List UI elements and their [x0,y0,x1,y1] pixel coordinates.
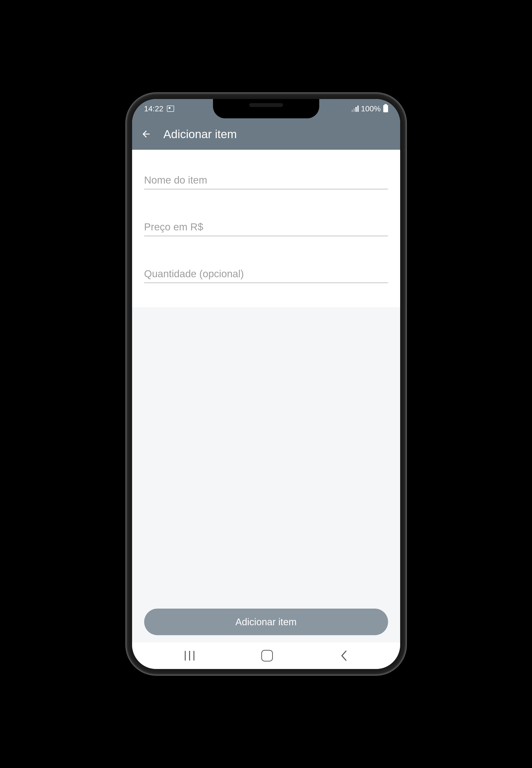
status-left: 14:22 [144,104,174,113]
nav-back-button[interactable] [340,650,347,661]
item-name-input[interactable] [144,171,388,189]
speaker [249,103,283,107]
recent-bar-icon [193,651,194,661]
recent-bar-icon [185,651,186,661]
arrow-left-icon [141,129,151,139]
quantity-field [144,265,388,283]
status-right: 100% [352,104,388,113]
signal-icon [352,106,359,112]
app-bar: Adicionar item [132,118,400,150]
add-item-button[interactable]: Adicionar item [144,609,388,635]
notch [213,99,319,118]
price-field [144,218,388,236]
back-button[interactable] [141,129,151,139]
phone-screen: 14:22 100% Adicionar item [132,99,400,669]
nav-home-button[interactable] [261,650,273,661]
price-input[interactable] [144,218,388,236]
recent-bar-icon [189,651,190,661]
page-title: Adicionar item [163,128,237,141]
form-section [132,150,400,307]
bottom-section: Adicionar item [132,599,400,642]
phone-frame: 14:22 100% Adicionar item [127,94,405,674]
chevron-left-icon [340,650,347,661]
status-time: 14:22 [144,104,163,113]
quantity-input[interactable] [144,265,388,283]
battery-text: 100% [361,104,381,113]
picture-icon [167,106,174,112]
empty-area [132,307,400,599]
battery-icon [383,105,388,112]
nav-recent-button[interactable] [185,651,194,661]
navigation-bar [132,642,400,669]
item-name-field [144,171,388,189]
